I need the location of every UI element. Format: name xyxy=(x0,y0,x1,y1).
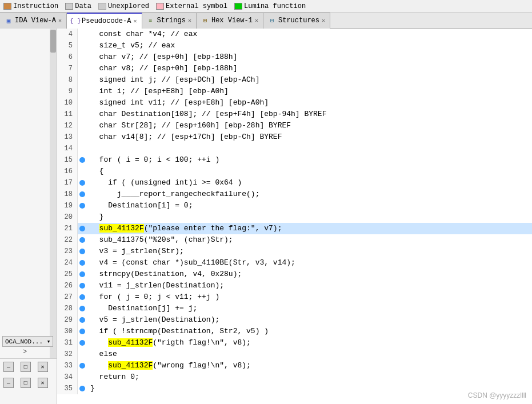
code-line-12[interactable]: 12 char Str[28]; // [esp+160h] [ebp-28h]… xyxy=(57,120,532,131)
bp-dot-29[interactable] xyxy=(78,317,87,323)
sidebar-minimize-btn-2[interactable]: — xyxy=(3,378,14,388)
left-sidebar: OCA_NOD... ▾ > — □ ✕ — □ ✕ xyxy=(0,29,57,404)
bp-dot-23[interactable] xyxy=(78,249,87,254)
code-line-13[interactable]: 13 char v14[8]; // [esp+17Ch] [ebp-Ch] B… xyxy=(57,131,532,143)
tab-hex-view[interactable]: ⊞ Hex View-1 ✕ xyxy=(197,13,263,29)
tab-structures[interactable]: ⊟ Structures ✕ xyxy=(263,13,330,29)
bp-circle-23 xyxy=(79,249,85,254)
code-content-6: char v7; // [esp+0h] [ebp-188h] xyxy=(87,51,237,63)
bp-dot-22[interactable] xyxy=(78,237,87,243)
code-line-10[interactable]: 10 signed int v11; // [esp+E8h] [ebp-A0h… xyxy=(57,97,532,109)
code-line-7[interactable]: 7 char v8; // [esp+0h] [ebp-188h] xyxy=(57,63,532,74)
code-line-25[interactable]: 25 strncpy(Destination, v4, 0x28u); xyxy=(57,269,532,280)
sidebar-restore-btn[interactable]: □ xyxy=(21,362,31,372)
bp-dot-28[interactable] xyxy=(78,306,87,311)
line-number-27: 27 xyxy=(57,291,78,303)
line-number-17: 17 xyxy=(57,177,78,189)
bp-dot-21[interactable] xyxy=(78,226,87,231)
code-line-33[interactable]: 33 sub_41132F("wrong flag!\n", v8); xyxy=(57,360,532,371)
bp-dot-15[interactable] xyxy=(78,157,87,163)
sidebar-arrow: > xyxy=(23,348,27,356)
legend-item-external: External symbol xyxy=(156,2,227,10)
code-line-19[interactable]: 19 Destination[i] = 0; xyxy=(57,200,532,211)
legend-item-lumina: Lumina function xyxy=(234,2,306,10)
code-line-9[interactable]: 9 int i; // [esp+E8h] [ebp-A0h] xyxy=(57,86,532,97)
code-line-24[interactable]: 24 v4 = (const char *)sub_4110BE(Str, v3… xyxy=(57,257,532,269)
bp-dot-26[interactable] xyxy=(78,283,87,289)
sidebar-scrollbar[interactable] xyxy=(50,29,57,358)
code-line-16[interactable]: 16 { xyxy=(57,166,532,177)
code-line-32[interactable]: 32 else xyxy=(57,349,532,360)
line-number-18: 18 xyxy=(57,189,78,200)
code-line-21[interactable]: 21 sub_41132F("please enter the flag:", … xyxy=(57,223,532,234)
bp-dot-24[interactable] xyxy=(78,260,87,266)
code-line-35[interactable]: 35} xyxy=(57,383,532,394)
tab-strings[interactable]: ≡ Strings ✕ xyxy=(142,13,197,29)
tab-ida-view[interactable]: ▣ IDA View-A ✕ xyxy=(0,13,67,29)
code-line-6[interactable]: 6 char v7; // [esp+0h] [ebp-188h] xyxy=(57,51,532,63)
code-line-29[interactable]: 29 v5 = j_strlen(Destination); xyxy=(57,314,532,326)
code-line-26[interactable]: 26 v11 = j_strlen(Destination); xyxy=(57,280,532,291)
sidebar-node-collapse[interactable]: ▾ xyxy=(47,338,51,345)
code-line-17[interactable]: 17 if ( (unsigned int)i >= 0x64 ) xyxy=(57,177,532,189)
code-line-20[interactable]: 20 } xyxy=(57,211,532,223)
line-number-31: 31 xyxy=(57,337,78,349)
sidebar-close-btn-2[interactable]: ✕ xyxy=(38,378,48,388)
bp-circle-28 xyxy=(79,306,85,311)
bp-dot-35[interactable] xyxy=(78,386,87,391)
line-number-35: 35 xyxy=(57,383,78,394)
tab-pseudocode-close[interactable]: ✕ xyxy=(133,18,137,25)
code-line-5[interactable]: 5 size_t v5; // eax xyxy=(57,40,532,51)
code-line-15[interactable]: 15 for ( i = 0; i < 100; ++i ) xyxy=(57,154,532,166)
legend-color-instruction xyxy=(3,3,11,10)
line-number-22: 22 xyxy=(57,234,78,246)
code-content-15: for ( i = 0; i < 100; ++i ) xyxy=(87,154,219,166)
code-line-30[interactable]: 30 if ( !strncmp(Destination, Str2, v5) … xyxy=(57,326,532,337)
bp-dot-31[interactable] xyxy=(78,340,87,346)
code-line-31[interactable]: 31 sub_41132F("rigth flag!\n", v8); xyxy=(57,337,532,349)
sidebar-scroll-thumb[interactable] xyxy=(50,30,56,53)
legend-bar: Instruction Data Unexplored External sym… xyxy=(0,0,532,13)
code-line-18[interactable]: 18 j____report_rangecheckfailure(); xyxy=(57,189,532,200)
tab-pseudocode[interactable]: { } Pseudocode-A ✕ xyxy=(67,13,142,29)
sidebar-restore-btn-2[interactable]: □ xyxy=(21,378,31,388)
tab-hex-view-close[interactable]: ✕ xyxy=(255,17,258,24)
bp-dot-30[interactable] xyxy=(78,329,87,334)
code-line-4[interactable]: 4 const char *v4; // eax xyxy=(57,29,532,40)
code-line-22[interactable]: 22 sub_411375("%20s", (char)Str); xyxy=(57,234,532,246)
sidebar-minimize-btn[interactable]: — xyxy=(3,362,14,372)
code-line-14[interactable]: 14 xyxy=(57,143,532,154)
bp-dot-33[interactable] xyxy=(78,363,87,369)
code-line-11[interactable]: 11 char Destination[108]; // [esp+F4h] [… xyxy=(57,109,532,120)
sidebar-close-btn[interactable]: ✕ xyxy=(38,362,48,372)
code-content-24: v4 = (const char *)sub_4110BE(Str, v3, v… xyxy=(87,257,295,269)
code-line-8[interactable]: 8 signed int j; // [esp+DCh] [ebp-ACh] xyxy=(57,74,532,86)
tab-strings-close[interactable]: ✕ xyxy=(188,17,191,24)
tab-structures-close[interactable]: ✕ xyxy=(322,17,325,24)
bp-circle-21 xyxy=(79,226,85,231)
bp-dot-18[interactable] xyxy=(78,191,87,197)
bp-dot-17[interactable] xyxy=(78,180,87,186)
line-number-6: 6 xyxy=(57,51,78,63)
code-content-19: Destination[i] = 0; xyxy=(87,200,193,211)
legend-label-data: Data xyxy=(75,2,91,10)
code-content-34: return 0; xyxy=(87,371,139,383)
tab-ida-view-close[interactable]: ✕ xyxy=(58,17,62,24)
code-line-28[interactable]: 28 Destination[j] += j; xyxy=(57,303,532,314)
line-number-29: 29 xyxy=(57,314,78,326)
sidebar-mini-row-2: — □ ✕ xyxy=(0,375,57,391)
sidebar-mini-row-1: — □ ✕ xyxy=(0,359,57,375)
code-line-23[interactable]: 23 v3 = j_strlen(Str); xyxy=(57,246,532,257)
code-area[interactable]: 4 const char *v4; // eax5 size_t v5; // … xyxy=(57,29,532,404)
line-number-28: 28 xyxy=(57,303,78,314)
legend-label-external: External symbol xyxy=(166,2,227,10)
bp-dot-19[interactable] xyxy=(78,203,87,209)
code-line-34[interactable]: 34 return 0; xyxy=(57,371,532,383)
bp-dot-25[interactable] xyxy=(78,271,87,277)
line-number-20: 20 xyxy=(57,211,78,223)
legend-item-data: Data xyxy=(65,2,91,10)
bp-dot-27[interactable] xyxy=(78,294,87,300)
bp-circle-31 xyxy=(79,340,85,346)
line-number-33: 33 xyxy=(57,360,78,371)
code-line-27[interactable]: 27 for ( j = 0; j < v11; ++j ) xyxy=(57,291,532,303)
